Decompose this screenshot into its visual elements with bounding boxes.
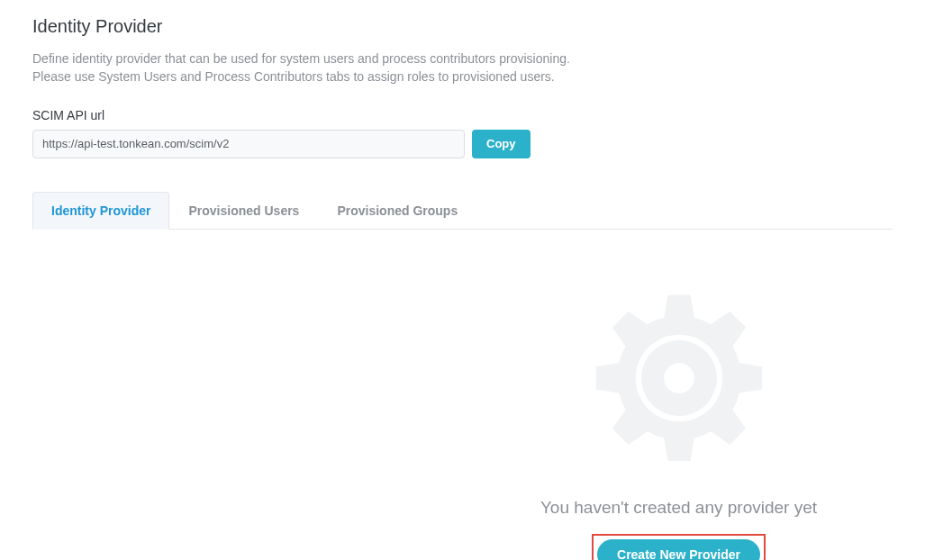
- tabs-container: Identity Provider Provisioned Users Prov…: [32, 191, 893, 230]
- empty-state-message: You haven't created any provider yet: [540, 498, 817, 518]
- tab-provisioned-groups[interactable]: Provisioned Groups: [318, 192, 476, 230]
- page-title: Identity Provider: [32, 16, 893, 37]
- gear-icon: [585, 284, 774, 473]
- tab-identity-provider[interactable]: Identity Provider: [32, 192, 169, 230]
- description-line-2: Please use System Users and Process Cont…: [32, 69, 555, 84]
- copy-button[interactable]: Copy: [472, 130, 531, 158]
- description-line-1: Define identity provider that can be use…: [32, 51, 570, 66]
- highlight-annotation: Create New Provider: [592, 534, 766, 560]
- scim-url-label: SCIM API url: [32, 108, 893, 122]
- page-description: Define identity provider that can be use…: [32, 50, 893, 86]
- scim-url-row: Copy: [32, 130, 893, 158]
- empty-state: You haven't created any provider yet Cre…: [427, 284, 926, 560]
- tab-provisioned-users[interactable]: Provisioned Users: [169, 192, 318, 230]
- create-new-provider-button[interactable]: Create New Provider: [597, 539, 760, 560]
- scim-url-input[interactable]: [32, 130, 465, 158]
